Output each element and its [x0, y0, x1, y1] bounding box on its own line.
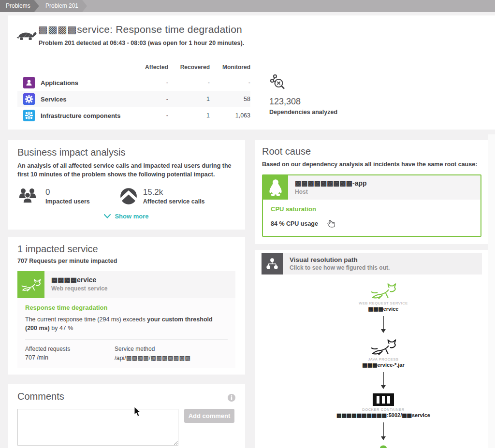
path-node-java-process[interactable]: JAVA PROCESS ▩▩▩ervice-*.jar	[362, 337, 404, 368]
docker-container-icon	[373, 393, 394, 406]
table-header-row: Affected Recovered Monitored	[17, 62, 250, 74]
service-name: ▩▩▩▩ervice	[51, 276, 229, 284]
infrastructure-recovered: 1	[168, 107, 210, 124]
breadcrumb: Problems Problem 201	[0, 0, 495, 12]
dependencies-count: 123,308	[269, 97, 337, 107]
service-method-metric: Service method /api/▩▩▩▩/▩▩▩▩▩▩▩	[115, 346, 204, 361]
comments-card: Comments Add comment	[8, 384, 245, 448]
hand-cursor-icon	[327, 219, 335, 228]
flow-arrow-icon	[380, 372, 387, 390]
services-icon	[23, 93, 35, 105]
service-calls-value: 15.2k	[143, 188, 205, 197]
service-issue-label[interactable]: Response time degradation	[25, 304, 228, 311]
metric-label: Service method	[115, 346, 204, 352]
metric-value: 707 /min	[25, 354, 115, 361]
root-cause-host-tile[interactable]: ▩▩▩▩▩▩▩▩▩-app Host CPU saturation 84 % C…	[262, 174, 481, 237]
cpu-saturation-label[interactable]: CPU saturation	[271, 205, 473, 213]
applications-icon	[23, 77, 35, 88]
node-type: DOCKER CONTAINER	[362, 407, 404, 412]
desc-pre: The current response time (294 ms) excee…	[25, 316, 147, 323]
service-type: Web request service	[51, 285, 229, 292]
infrastructure-affected: -	[127, 107, 168, 124]
host-type: Host	[295, 188, 474, 195]
add-comment-button[interactable]: Add comment	[184, 409, 234, 423]
linux-host-icon	[268, 179, 283, 196]
right-margin-strip	[488, 134, 495, 448]
host-name: ▩▩▩▩▩▩▩▩▩-app	[295, 179, 474, 187]
node-type: WEB REQUEST SERVICE	[359, 301, 408, 305]
table-row[interactable]: Applications - - -	[17, 74, 250, 91]
mouse-arrow-cursor	[134, 406, 141, 417]
row-label: Infrastructure components	[41, 112, 120, 119]
root-cause-description: Based on our dependency analysis all inc…	[262, 161, 481, 168]
comment-input[interactable]	[17, 409, 178, 446]
service-calls-icon	[120, 188, 137, 205]
dependencies-label: Dependencies analyzed	[269, 109, 337, 116]
impacted-service-card: 1 impacted service 707 Requests per minu…	[8, 237, 245, 375]
impacted-users-label: Impacted users	[45, 198, 90, 205]
breadcrumb-problems-tab[interactable]: Problems	[0, 0, 39, 12]
table-row[interactable]: Infrastructure components - 1 1,063	[17, 107, 250, 124]
business-impact-card: Business impact analysis An analysis of …	[8, 140, 245, 230]
applications-recovered: -	[168, 74, 210, 91]
show-more-label: Show more	[115, 213, 148, 220]
path-node-linux-host[interactable]: LINUX HOST ▩▩▩▩▩▩-app	[363, 445, 404, 448]
info-icon[interactable]	[228, 394, 235, 402]
path-title: Visual resolution path	[290, 256, 475, 263]
business-impact-title: Business impact analysis	[17, 147, 235, 158]
dependencies-analyzed-icon	[269, 74, 286, 91]
infrastructure-monitored: 1,063	[210, 107, 250, 124]
tomcat-service-icon	[21, 277, 41, 292]
impacted-users-icon	[17, 188, 40, 204]
service-tile[interactable]: ▩▩▩▩ervice Web request service Response …	[17, 271, 235, 368]
problem-detected-subtitle: Problem 201 detected at 06:43 - 08:03 (w…	[39, 40, 244, 46]
impact-summary-table: Affected Recovered Monitored Application…	[17, 62, 250, 124]
services-affected: -	[127, 91, 168, 107]
resolution-path-diagram: WEB REQUEST SERVICE ▩▩▩ervice JAVA PROCE…	[267, 281, 495, 448]
visual-resolution-path-header[interactable]: Visual resolution path Click to see how …	[262, 253, 482, 275]
column-affected: Affected	[127, 62, 168, 74]
tomcat-black-icon	[370, 337, 397, 356]
services-monitored: 58	[210, 91, 250, 107]
path-subtitle: Click to see how we figured this out.	[290, 264, 475, 271]
impacted-users-value: 0	[45, 188, 90, 197]
metric-label: Affected requests	[25, 346, 115, 352]
visual-resolution-path-card: Visual resolution path Click to see how …	[255, 250, 488, 448]
table-row[interactable]: Services - 1 58	[17, 91, 250, 107]
node-name: ▩▩▩ervice	[368, 306, 399, 312]
node-name: ▩▩▩▩▩▩▩▩▩▩:5002/▩▩service	[336, 412, 430, 419]
flow-arrow-icon	[380, 316, 387, 333]
column-recovered: Recovered	[168, 62, 210, 74]
row-label: Services	[41, 96, 67, 103]
problem-header-card: ▩▩▩▩service: Response time degradation P…	[8, 15, 495, 130]
infrastructure-icon	[23, 110, 35, 121]
path-node-docker-container[interactable]: DOCKER CONTAINER ▩▩▩▩▩▩▩▩▩▩:5002/▩▩servi…	[336, 393, 430, 419]
breadcrumb-problem-201-tab[interactable]: Problem 201	[35, 0, 87, 12]
impacted-users-stat: 0 Impacted users	[17, 188, 90, 205]
show-more-button[interactable]: Show more	[104, 213, 148, 220]
root-cause-card: Root cause Based on our dependency analy…	[255, 140, 488, 244]
hierarchy-icon	[265, 258, 279, 270]
dependencies-analyzed-block: 123,308 Dependencies analyzed	[269, 74, 337, 116]
services-recovered: 1	[168, 91, 210, 107]
impacted-service-title: 1 impacted service	[17, 244, 235, 255]
tomcat-green-icon	[370, 281, 397, 300]
row-label: Applications	[41, 79, 78, 87]
node-type: JAVA PROCESS	[368, 357, 398, 361]
flow-arrow-icon	[380, 422, 387, 441]
node-name: ▩▩▩ervice-*.jar	[362, 362, 404, 368]
business-impact-description: An analysis of all affected service call…	[17, 162, 235, 179]
column-monitored: Monitored	[210, 62, 250, 74]
applications-monitored: -	[210, 74, 250, 91]
service-calls-label: Affected service calls	[143, 198, 205, 205]
impacted-service-subtitle: 707 Requests per minute impacted	[17, 258, 235, 264]
tux-green-icon	[375, 445, 392, 448]
root-cause-title: Root cause	[262, 146, 481, 157]
slow-turtle-icon	[15, 27, 38, 43]
chevron-down-icon	[104, 214, 111, 218]
affected-service-calls-stat: 15.2k Affected service calls	[120, 188, 205, 205]
affected-requests-metric: Affected requests 707 /min	[25, 346, 115, 361]
applications-affected: -	[127, 74, 168, 91]
cpu-usage-value: 84 % CPU usage	[271, 220, 318, 227]
path-node-web-request-service[interactable]: WEB REQUEST SERVICE ▩▩▩ervice	[359, 281, 408, 312]
